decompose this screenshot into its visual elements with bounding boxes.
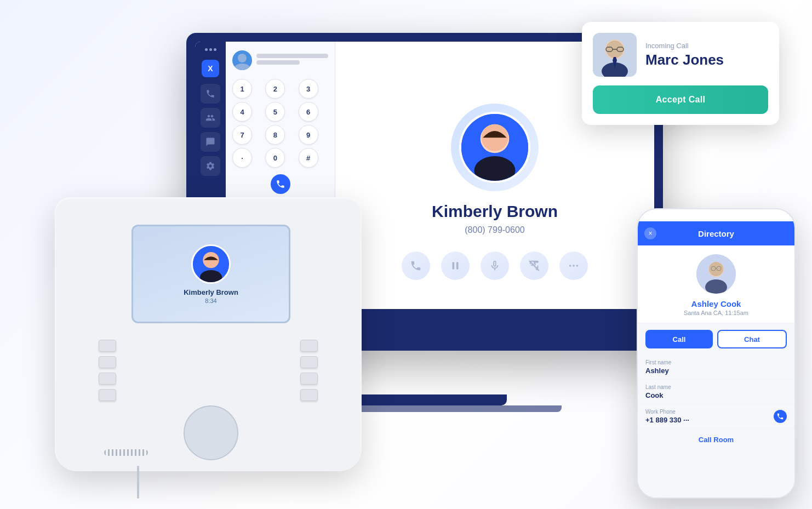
mobile-firstname-value: Ashley: [645, 367, 787, 375]
close-icon: ×: [648, 230, 652, 237]
deskphone-contact-avatar: [191, 244, 231, 284]
dialer-user-avatar: [232, 50, 252, 70]
deskphone-key-l3[interactable]: [99, 373, 116, 385]
svg-point-17: [203, 252, 219, 268]
key-dot[interactable]: ·: [232, 148, 252, 168]
contact-mute-btn[interactable]: [481, 251, 509, 280]
logo-text: X: [208, 64, 213, 73]
caller-name: Marc Jones: [645, 52, 768, 68]
deskphone-cord: [137, 466, 139, 499]
deskphone-body: Kimberly Brown 8:34: [55, 197, 362, 471]
deskphone-key-r1[interactable]: [300, 340, 318, 352]
dialer-name-line: [256, 54, 328, 58]
deskphone-key-l2[interactable]: [99, 356, 116, 368]
svg-point-0: [238, 54, 247, 62]
deskphone-left-keys: [99, 340, 116, 401]
mobile-firstname-field: First name Ashley: [638, 355, 794, 380]
mobile-workphone-value: +1 889 330 ···: [645, 416, 689, 424]
deskphone-key-r3[interactable]: [300, 373, 318, 385]
mobile-call-room-row: Call Room: [638, 429, 794, 450]
contact-name: Kimberly Brown: [432, 202, 558, 221]
contact-end-btn[interactable]: [520, 251, 548, 280]
deskphone-key-l1[interactable]: [99, 340, 116, 352]
key-0[interactable]: 0: [265, 148, 285, 168]
mobile-lastname-value: Cook: [645, 391, 787, 399]
mobile-contact-section: Ashley Cook Santa Ana CA, 11:15am: [638, 245, 794, 323]
mobile-contact-location: Santa Ana CA, 11:15am: [684, 310, 748, 316]
deskphone-right-keys: [300, 340, 318, 401]
app-logo[interactable]: X: [202, 60, 219, 77]
key-4[interactable]: 4: [232, 102, 252, 122]
key-8[interactable]: 8: [265, 125, 285, 145]
mobile-workphone-label: Work Phone: [645, 409, 689, 415]
mobile-close-button[interactable]: ×: [644, 227, 656, 239]
caller-info: Incoming Call Marc Jones: [645, 42, 768, 68]
key-9[interactable]: 9: [299, 125, 318, 145]
mobile-chat-button[interactable]: Chat: [717, 330, 787, 348]
mobile-notch: [689, 209, 744, 221]
contact-avatar-ring: [451, 104, 539, 191]
incoming-call-notification: Incoming Call Marc Jones Accept Call: [582, 22, 779, 125]
mobile-action-row: Call Chat: [645, 330, 787, 348]
deskphone-call-timer: 8:34: [205, 298, 216, 304]
mobile-directory-title: Directory: [698, 229, 734, 238]
svg-point-8: [576, 265, 579, 267]
svg-point-1: [235, 64, 250, 70]
deskphone-nav: [164, 405, 258, 460]
key-2[interactable]: 2: [265, 79, 285, 99]
dot3: [214, 48, 216, 51]
sidebar-settings-icon-btn[interactable]: [201, 156, 220, 176]
dialer-status-line: [256, 60, 300, 65]
deskphone-key-r4[interactable]: [300, 389, 318, 401]
dot2: [209, 48, 212, 51]
dialer-user-row: [232, 50, 328, 70]
mobile-workphone-row: Work Phone +1 889 330 ···: [638, 404, 794, 429]
accept-call-button[interactable]: Accept Call: [593, 85, 768, 114]
mobile-contact-name: Ashley Cook: [691, 299, 741, 308]
desk-phone: Kimberly Brown 8:34: [22, 186, 362, 482]
dialer-keypad: 1 2 3 4 5 6 7 8 9 · 0 #: [232, 79, 328, 168]
incoming-call-header: Incoming Call Marc Jones: [593, 33, 768, 77]
mobile-screen: × Directory: [638, 221, 794, 497]
svg-point-6: [569, 265, 571, 267]
contact-more-btn[interactable]: [559, 251, 588, 280]
mobile-call-phone-icon-btn[interactable]: [774, 410, 787, 423]
laptop-stand-base: [342, 394, 507, 405]
mobile-lastname-label: Last name: [645, 384, 787, 390]
deskphone-nav-circle[interactable]: [184, 405, 238, 460]
key-6[interactable]: 6: [299, 102, 318, 122]
dot1: [205, 48, 208, 51]
mobile-header: × Directory: [638, 221, 794, 245]
mobile-workphone-info: Work Phone +1 889 330 ···: [645, 409, 689, 424]
mobile-lastname-field: Last name Cook: [638, 380, 794, 404]
key-hash[interactable]: #: [299, 148, 318, 168]
key-1[interactable]: 1: [232, 79, 252, 99]
key-5[interactable]: 5: [265, 102, 285, 122]
key-3[interactable]: 3: [299, 79, 318, 99]
caller-photo: [593, 33, 637, 77]
mobile-body: × Directory: [637, 208, 796, 499]
deskphone-key-l4[interactable]: [99, 389, 116, 401]
svg-point-7: [573, 265, 575, 267]
deskphone-screen: Kimberly Brown 8:34: [131, 225, 290, 323]
contact-action-buttons: [402, 251, 588, 280]
contact-avatar: [459, 112, 530, 183]
contact-phone: (800) 799-0600: [465, 225, 524, 235]
dialer-user-info: [256, 54, 328, 67]
mobile-firstname-label: First name: [645, 359, 787, 365]
mobile-call-room-link[interactable]: Call Room: [699, 436, 734, 444]
deskphone-speaker: [104, 449, 148, 456]
deskphone-key-r2[interactable]: [300, 356, 318, 368]
mobile-contact-avatar: [696, 254, 736, 294]
mobile-call-button[interactable]: Call: [645, 330, 713, 348]
incoming-call-label: Incoming Call: [645, 42, 768, 50]
sidebar-messages-icon-btn[interactable]: [201, 132, 220, 152]
mobile-phone: × Directory: [637, 208, 796, 499]
sidebar-contacts-icon-btn[interactable]: [201, 108, 220, 128]
laptop-bottom-bar: [335, 309, 654, 342]
contact-hold-btn[interactable]: [441, 251, 470, 280]
deskphone-contact-name: Kimberly Brown: [184, 288, 238, 296]
sidebar-phone-icon-btn[interactable]: [201, 84, 220, 104]
key-7[interactable]: 7: [232, 125, 252, 145]
contact-phone-btn[interactable]: [402, 251, 430, 280]
